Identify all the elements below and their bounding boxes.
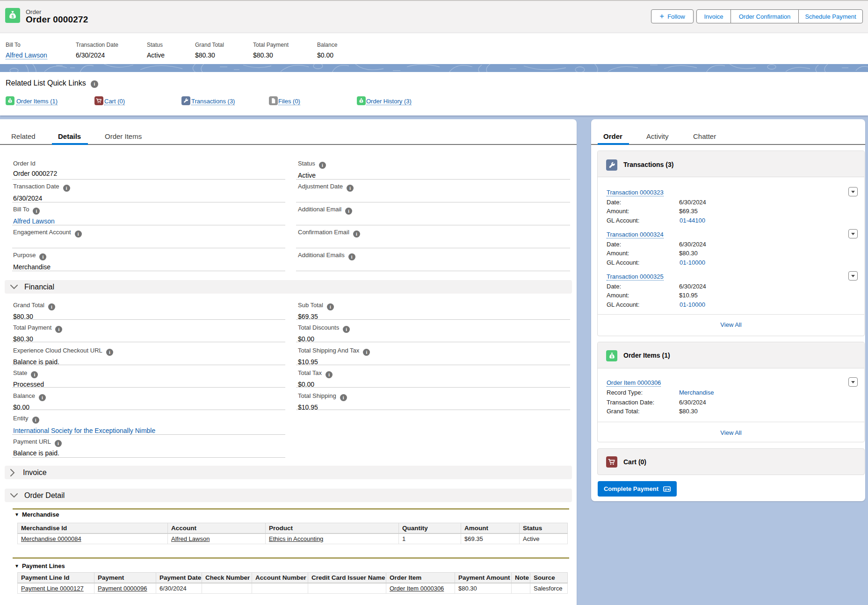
svg-text:$: $ bbox=[361, 100, 362, 102]
svg-text:$: $ bbox=[11, 14, 14, 19]
svg-text:$: $ bbox=[611, 355, 613, 359]
svg-text:$: $ bbox=[9, 100, 11, 102]
